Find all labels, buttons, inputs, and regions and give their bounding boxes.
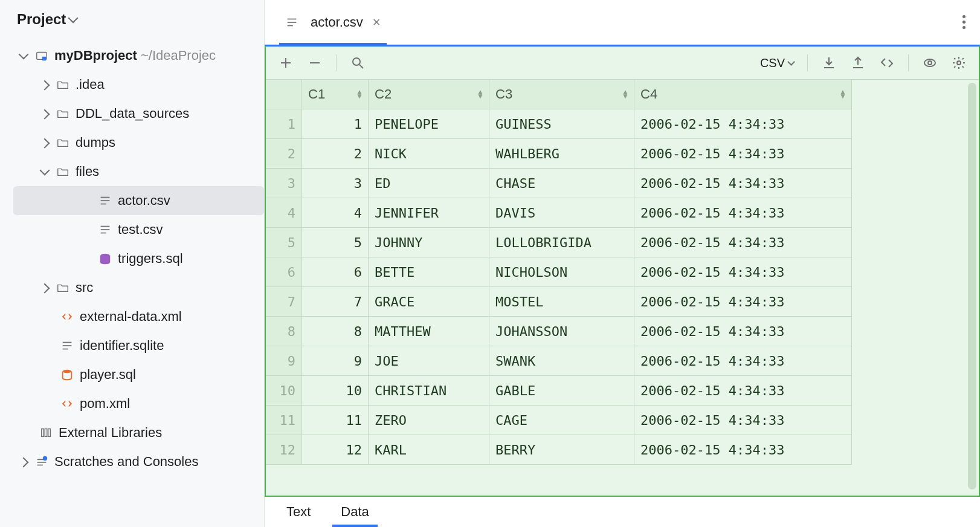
grid-cell[interactable]: 10 [302,376,369,406]
row-number[interactable]: 1 [266,109,302,139]
remove-row-button[interactable] [307,55,323,71]
grid-cell[interactable]: 12 [302,435,369,465]
grid-cell[interactable]: 2006-02-15 4:34:33 [634,346,852,376]
tree-file-test-csv[interactable]: test.csv [0,215,264,244]
tree-file-actor-csv[interactable]: actor.csv [13,186,264,215]
row-number[interactable]: 10 [266,376,302,406]
grid-cell[interactable]: 4 [302,198,369,228]
grid-cell[interactable]: 9 [302,346,369,376]
gear-icon[interactable] [951,55,967,71]
row-number[interactable]: 2 [266,139,302,169]
xml-icon [60,397,74,410]
grid-cell[interactable]: 1 [302,109,369,139]
search-icon[interactable] [350,55,366,71]
grid-cell[interactable]: GUINESS [489,109,634,139]
grid-cell[interactable]: JENNIFER [369,198,489,228]
tab-text[interactable]: Text [273,498,324,526]
grid-cell[interactable]: 2006-02-15 4:34:33 [634,406,852,435]
row-number[interactable]: 11 [266,406,302,435]
grid-cell[interactable]: MATTHEW [369,317,489,346]
grid-cell[interactable]: CHRISTIAN [369,376,489,406]
grid-cell[interactable]: ZERO [369,406,489,435]
grid-cell[interactable]: 2 [302,139,369,169]
tree-root[interactable]: myDBproject ~/IdeaProjec [0,41,264,70]
grid-cell[interactable]: JOE [369,346,489,376]
grid-cell[interactable]: BETTE [369,257,489,287]
tree-file-pom-xml[interactable]: pom.xml [0,389,264,418]
grid-cell[interactable]: 2006-02-15 4:34:33 [634,109,852,139]
format-selector[interactable]: CSV [760,56,794,70]
more-menu-icon[interactable] [962,15,965,29]
grid-cell[interactable]: 2006-02-15 4:34:33 [634,317,852,346]
grid-cell[interactable]: CHASE [489,169,634,198]
project-tool-title[interactable]: Project [17,11,66,28]
close-icon[interactable]: × [373,15,381,30]
tree-folder-files[interactable]: files [0,157,264,186]
grid-cell[interactable]: NICK [369,139,489,169]
row-number[interactable]: 3 [266,169,302,198]
grid-cell[interactable]: 2006-02-15 4:34:33 [634,169,852,198]
grid-cell[interactable]: JOHANSSON [489,317,634,346]
tree-folder-src[interactable]: src [0,273,264,302]
tree-external-libraries[interactable]: External Libraries [0,418,264,447]
row-number[interactable]: 12 [266,435,302,465]
scrollbar[interactable] [968,83,976,490]
grid-cell[interactable]: 7 [302,287,369,317]
grid-cell[interactable]: 6 [302,257,369,287]
grid-cell[interactable]: SWANK [489,346,634,376]
row-number[interactable]: 6 [266,257,302,287]
tree-folder-dumps[interactable]: dumps [0,128,264,157]
import-icon[interactable] [821,55,837,71]
grid-cell[interactable]: 8 [302,317,369,346]
data-grid[interactable]: C1▲▼C2▲▼C3▲▼C4▲▼11PENELOPEGUINESS2006-02… [266,79,979,465]
tree-file-player-sql[interactable]: player.sql [0,360,264,389]
tree-file-external-xml[interactable]: external-data.xml [0,302,264,331]
tree-folder-ddl[interactable]: DDL_data_sources [0,99,264,128]
grid-cell[interactable]: MOSTEL [489,287,634,317]
grid-cell[interactable]: GRACE [369,287,489,317]
tree-scratches[interactable]: Scratches and Consoles [0,447,264,476]
grid-cell[interactable]: 2006-02-15 4:34:33 [634,257,852,287]
grid-cell[interactable]: 2006-02-15 4:34:33 [634,198,852,228]
grid-cell[interactable]: JOHNNY [369,228,489,257]
grid-cell[interactable]: ED [369,169,489,198]
grid-cell[interactable]: LOLLOBRIGIDA [489,228,634,257]
revert-icon[interactable] [879,55,895,71]
grid-cell[interactable]: 5 [302,228,369,257]
grid-cell[interactable]: 3 [302,169,369,198]
svg-rect-14 [45,429,47,437]
grid-cell[interactable]: WAHLBERG [489,139,634,169]
add-row-button[interactable] [278,55,294,71]
row-number[interactable]: 8 [266,317,302,346]
row-number[interactable]: 9 [266,346,302,376]
tree-folder-idea[interactable]: .idea [0,70,264,99]
eye-icon[interactable] [922,55,938,71]
library-icon [39,426,53,439]
grid-cell[interactable]: 2006-02-15 4:34:33 [634,376,852,406]
column-header[interactable]: C3▲▼ [489,80,634,109]
grid-cell[interactable]: GABLE [489,376,634,406]
grid-cell[interactable]: KARL [369,435,489,465]
column-header[interactable]: C4▲▼ [634,80,852,109]
grid-cell[interactable]: 11 [302,406,369,435]
tree-file-triggers-sql[interactable]: triggers.sql [0,244,264,273]
row-number[interactable]: 4 [266,198,302,228]
chevron-down-icon[interactable] [68,13,79,24]
grid-cell[interactable]: 2006-02-15 4:34:33 [634,287,852,317]
row-number[interactable]: 5 [266,228,302,257]
column-header[interactable]: C2▲▼ [369,80,489,109]
grid-cell[interactable]: PENELOPE [369,109,489,139]
grid-cell[interactable]: NICHOLSON [489,257,634,287]
grid-cell[interactable]: BERRY [489,435,634,465]
grid-cell[interactable]: 2006-02-15 4:34:33 [634,228,852,257]
column-header[interactable]: C1▲▼ [302,80,369,109]
export-icon[interactable] [850,55,866,71]
row-number[interactable]: 7 [266,287,302,317]
grid-cell[interactable]: DAVIS [489,198,634,228]
tab-actor-csv[interactable]: actor.csv × [279,0,387,45]
tree-file-identifier-sqlite[interactable]: identifier.sqlite [0,331,264,360]
grid-cell[interactable]: 2006-02-15 4:34:33 [634,435,852,465]
grid-cell[interactable]: CAGE [489,406,634,435]
tab-data[interactable]: Data [327,498,382,526]
grid-cell[interactable]: 2006-02-15 4:34:33 [634,139,852,169]
